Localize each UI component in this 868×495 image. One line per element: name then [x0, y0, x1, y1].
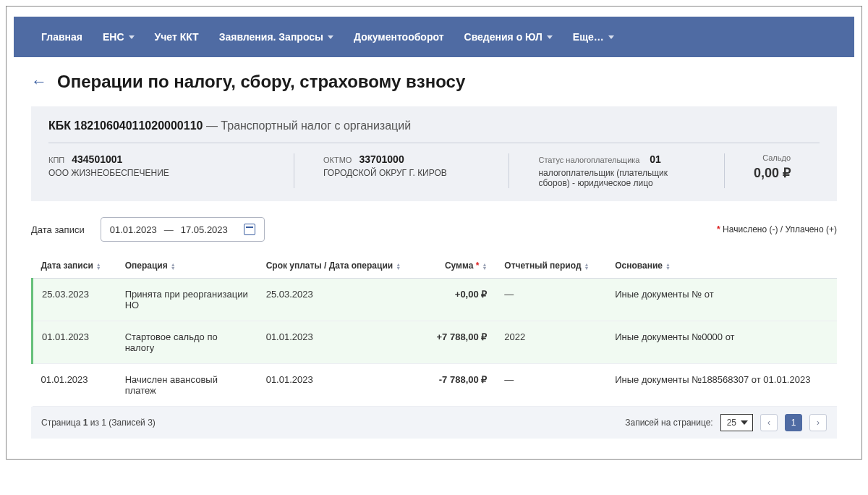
nav-docflow[interactable]: Документооборот — [344, 17, 454, 57]
table-row: 01.01.2023Стартовое сальдо по налогу01.0… — [33, 321, 838, 364]
cell-op: Принята при реорганизации НО — [116, 279, 258, 321]
cell-due: 25.03.2023 — [258, 279, 422, 321]
col-saldo: Сальдо 0,00 ₽ — [725, 153, 820, 188]
col-oktmo: ОКТМО33701000 ГОРОДСКОЙ ОКРУГ Г. КИРОВ — [294, 153, 509, 188]
per-page-label: Записей на странице: — [625, 418, 712, 428]
sort-icon: ▲▼ — [584, 263, 590, 270]
sort-icon: ▲▼ — [396, 263, 401, 270]
cell-period: — — [495, 279, 606, 321]
navbar: Главная ЕНС Учет ККТ Заявления. Запросы … — [14, 17, 854, 57]
table-row: 01.01.2023Начислен авансовый платеж01.01… — [33, 364, 838, 407]
col-status: Статус налогоплательщика 01 налогоплател… — [509, 153, 724, 188]
sort-icon: ▲▼ — [665, 263, 671, 270]
table-row: 25.03.2023Принята при реорганизации НО25… — [33, 279, 838, 321]
info-panel: КБК 18210604011020000110 — Транспортный … — [31, 106, 837, 201]
th-op[interactable]: Операция▲▼ — [116, 253, 258, 279]
saldo-value: 0,00 ₽ — [754, 165, 791, 181]
date-range-input[interactable]: 01.01.2023 — 17.05.2023 — [101, 217, 265, 242]
cell-due: 01.01.2023 — [258, 364, 422, 407]
th-period[interactable]: Отчетный период▲▼ — [495, 253, 606, 279]
sort-icon: ▲▼ — [96, 263, 101, 270]
kbk-line: КБК 18210604011020000110 — Транспортный … — [48, 119, 820, 143]
per-page-select[interactable]: 25 — [720, 414, 753, 431]
cell-op: Стартовое сальдо по налогу — [116, 321, 258, 364]
operations-table: Дата записи▲▼ Операция▲▼ Срок уплаты / Д… — [31, 253, 837, 407]
nav-main[interactable]: Главная — [31, 17, 93, 57]
cell-sum: -7 788,00 ₽ — [422, 364, 496, 407]
chevron-down-icon — [608, 35, 614, 39]
date-from: 01.01.2023 — [110, 224, 157, 235]
th-date[interactable]: Дата записи▲▼ — [33, 253, 116, 279]
sort-icon: ▲▼ — [482, 263, 487, 270]
th-due[interactable]: Срок уплаты / Дата операции▲▼ — [258, 253, 422, 279]
cell-due: 01.01.2023 — [258, 321, 422, 364]
date-to: 17.05.2023 — [181, 224, 228, 235]
filter-label: Дата записи — [31, 224, 85, 235]
sort-icon: ▲▼ — [171, 263, 176, 270]
page-number-button[interactable]: 1 — [785, 414, 802, 431]
calendar-icon[interactable] — [244, 224, 255, 235]
back-arrow-icon[interactable]: ← — [31, 72, 47, 91]
cell-date: 01.01.2023 — [33, 364, 116, 407]
cell-date: 25.03.2023 — [33, 279, 116, 321]
cell-sum: +7 788,00 ₽ — [422, 321, 496, 364]
cell-period: 2022 — [495, 321, 606, 364]
cell-basis: Иные документы №188568307 от 01.01.2023 — [606, 364, 837, 407]
org-name: ООО ЖИЗНЕОБЕСПЕЧЕНИЕ — [48, 168, 265, 178]
cell-basis: Иные документы № от — [606, 279, 837, 321]
chevron-down-icon — [129, 35, 135, 39]
cell-op: Начислен авансовый платеж — [116, 364, 258, 407]
page-next-button[interactable]: › — [809, 414, 827, 431]
table-footer: Страница 1 из 1 (Записей 3) Записей на с… — [31, 407, 837, 439]
th-basis[interactable]: Основание▲▼ — [606, 253, 837, 279]
page-title: Операции по налогу, сбору, страховому вз… — [57, 72, 465, 92]
page-prev-button[interactable]: ‹ — [760, 414, 778, 431]
legend: * Начислено (-) / Уплачено (+) — [717, 224, 837, 234]
th-sum[interactable]: Сумма *▲▼ — [422, 253, 496, 279]
title-row: ← Операции по налогу, сбору, страховому … — [31, 72, 837, 92]
cell-date: 01.01.2023 — [33, 321, 116, 364]
nav-ens[interactable]: ЕНС — [93, 17, 145, 57]
nav-kkt[interactable]: Учет ККТ — [145, 17, 209, 57]
chevron-down-icon — [547, 35, 553, 39]
col-kpp: КПП434501001 ООО ЖИЗНЕОБЕСПЕЧЕНИЕ — [48, 153, 294, 188]
nav-requests[interactable]: Заявления. Запросы — [209, 17, 344, 57]
cell-basis: Иные документы №0000 от — [606, 321, 837, 364]
chevron-down-icon — [328, 35, 333, 39]
nav-legal[interactable]: Сведения о ЮЛ — [454, 17, 563, 57]
cell-sum: +0,00 ₽ — [422, 279, 496, 321]
nav-more[interactable]: Еще… — [563, 17, 624, 57]
cell-period: — — [495, 364, 606, 407]
page-info: Страница 1 из 1 (Записей 3) — [41, 418, 156, 428]
